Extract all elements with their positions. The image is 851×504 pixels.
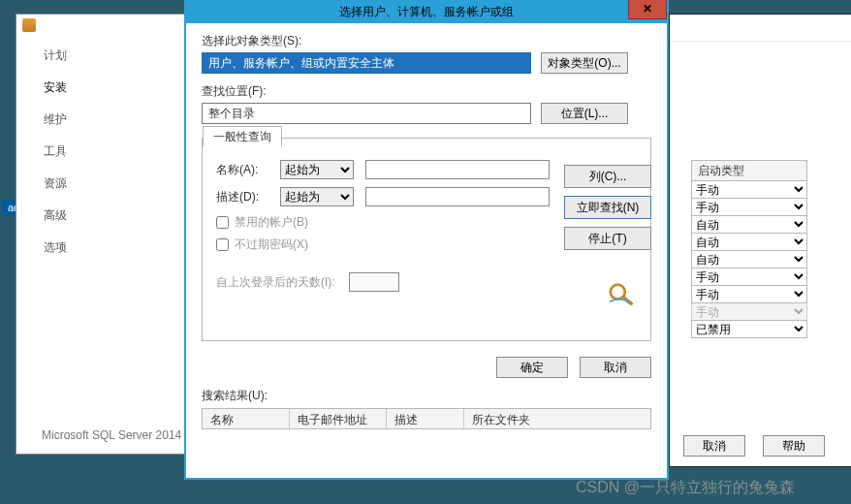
startup-select-5[interactable]: 手动 xyxy=(691,268,807,286)
results-header[interactable]: 名称 电子邮件地址 描述 所在文件夹 xyxy=(202,408,651,429)
startup-type-column: 启动类型 手动 手动 自动 自动 自动 手动 手动 手动 已禁用 xyxy=(691,160,807,338)
object-type-label: 选择此对象类型(S): xyxy=(202,33,651,49)
sql-brand-label: Microsoft SQL Server 2014 xyxy=(42,428,181,442)
location-value[interactable]: 整个目录 xyxy=(202,103,531,124)
sql-nav-resources[interactable]: 资源 xyxy=(44,175,67,192)
no-expire-checkbox[interactable] xyxy=(216,238,229,251)
general-query-tab[interactable]: 一般性查询 xyxy=(203,126,282,147)
days-since-logon-input[interactable] xyxy=(349,272,399,292)
ok-button[interactable]: 确定 xyxy=(496,357,568,378)
no-expire-label: 不过期密码(X) xyxy=(235,236,308,253)
sql-nav-advanced[interactable]: 高级 xyxy=(44,207,67,224)
bg-cancel-button[interactable]: 取消 xyxy=(683,435,745,457)
object-type-button[interactable]: 对象类型(O)... xyxy=(541,52,628,74)
location-button[interactable]: 位置(L)... xyxy=(541,103,628,124)
name-label: 名称(A): xyxy=(216,162,268,178)
location-label: 查找位置(F): xyxy=(202,83,651,100)
sql-window-icon xyxy=(22,18,36,32)
startup-select-7: 手动 xyxy=(691,302,807,321)
desc-label: 描述(D): xyxy=(216,189,268,205)
bg-help-button[interactable]: 帮助 xyxy=(763,435,825,457)
startup-select-0[interactable]: 手动 xyxy=(691,180,807,199)
disabled-accounts-label: 禁用的帐户(B) xyxy=(235,214,308,231)
results-label: 搜索结果(U): xyxy=(202,388,651,404)
sql-nav-tools[interactable]: 工具 xyxy=(44,143,67,160)
name-input[interactable] xyxy=(365,160,550,179)
startup-select-4[interactable]: 自动 xyxy=(691,250,807,268)
bg-window-titlebar: ‒ □ × xyxy=(670,15,851,42)
columns-button[interactable]: 列(C)... xyxy=(564,165,651,188)
startup-select-8[interactable]: 已禁用 xyxy=(691,320,807,338)
disabled-accounts-checkbox[interactable] xyxy=(216,216,229,229)
desc-input[interactable] xyxy=(365,187,550,206)
object-type-value[interactable]: 用户、服务帐户、组或内置安全主体 xyxy=(202,52,531,74)
results-col-email[interactable]: 电子邮件地址 xyxy=(290,409,387,428)
dialog-titlebar[interactable]: 选择用户、计算机、服务帐户或组 ✕ xyxy=(186,0,667,23)
cancel-button[interactable]: 取消 xyxy=(580,357,651,378)
dialog-title: 选择用户、计算机、服务帐户或组 xyxy=(186,4,667,20)
dialog-content: 选择此对象类型(S): 用户、服务帐户、组或内置安全主体 对象类型(O)... … xyxy=(202,33,651,468)
results-col-desc[interactable]: 描述 xyxy=(387,409,464,428)
sql-nav-install[interactable]: 安装 xyxy=(44,79,67,96)
find-now-button[interactable]: 立即查找(N) xyxy=(564,196,651,219)
sql-nav-options[interactable]: 选项 xyxy=(44,239,67,256)
select-users-dialog: 选择用户、计算机、服务帐户或组 ✕ 选择此对象类型(S): 用户、服务帐户、组或… xyxy=(184,0,669,480)
sql-nav-maintain[interactable]: 维护 xyxy=(44,111,67,128)
search-icon xyxy=(607,281,636,306)
name-op-select[interactable]: 起始为 xyxy=(280,160,354,179)
sql-nav-plan[interactable]: 计划 xyxy=(44,47,67,64)
csdn-watermark: CSDN @一只特立独行的兔兔森 xyxy=(576,478,795,498)
startup-select-2[interactable]: 自动 xyxy=(691,215,807,234)
desc-op-select[interactable]: 起始为 xyxy=(280,187,354,206)
results-col-folder[interactable]: 所在文件夹 xyxy=(464,409,650,428)
startup-type-header[interactable]: 启动类型 xyxy=(691,160,807,181)
startup-select-3[interactable]: 自动 xyxy=(691,233,807,251)
stop-button[interactable]: 停止(T) xyxy=(564,227,651,250)
background-config-window: ‒ □ × 启动类型 手动 手动 自动 自动 自动 手动 手动 手动 已禁用 取… xyxy=(669,14,851,467)
sql-installer-window: 计划 安装 维护 工具 资源 高级 选项 Microsoft SQL Serve… xyxy=(16,14,185,455)
startup-select-1[interactable]: 手动 xyxy=(691,198,807,216)
results-col-name[interactable]: 名称 xyxy=(203,409,290,428)
days-since-logon-label: 自上次登录后的天数(I): xyxy=(216,274,335,291)
sql-nav: 计划 安装 维护 工具 资源 高级 选项 xyxy=(44,47,67,256)
startup-select-6[interactable]: 手动 xyxy=(691,285,807,303)
dialog-close-button[interactable]: ✕ xyxy=(628,0,667,19)
